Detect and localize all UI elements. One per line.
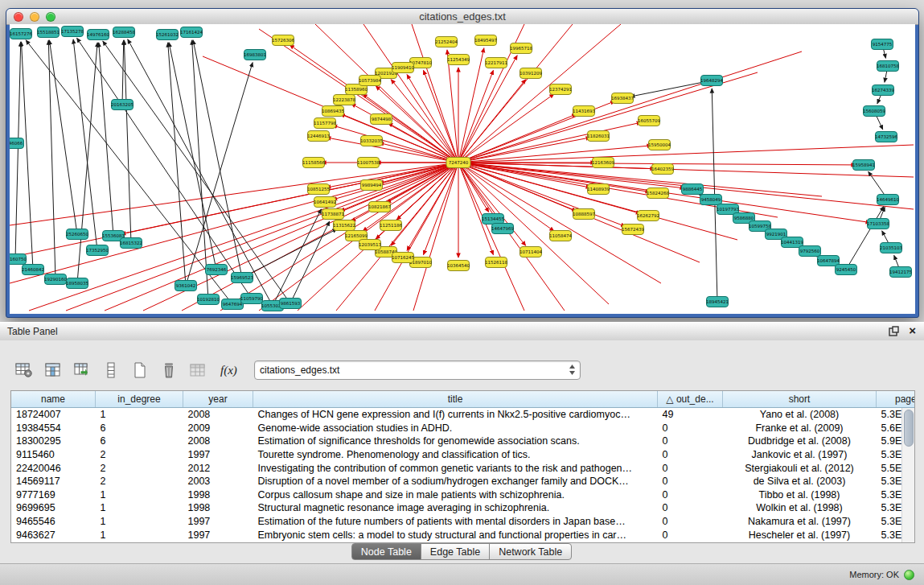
graph-node[interactable]: 11058474 bbox=[549, 231, 572, 241]
table-row[interactable]: 946554611997Estimation of the future num… bbox=[11, 515, 915, 529]
graph-node[interactable]: 11738871 bbox=[322, 209, 344, 220]
graph-node[interactable]: 11254349 bbox=[447, 55, 470, 65]
graph-node[interactable]: 14647969 bbox=[491, 224, 514, 234]
graph-edge[interactable] bbox=[77, 38, 252, 299]
column-header-pagerank[interactable]: pagerank bbox=[877, 391, 916, 408]
graph-node[interactable]: 15261032 bbox=[156, 30, 179, 40]
graph-node[interactable]: 9361042 bbox=[175, 281, 197, 291]
graph-edge[interactable] bbox=[391, 80, 458, 163]
graph-node[interactable]: 16938437 bbox=[611, 93, 634, 104]
table-row[interactable]: 911546021997Tourette syndrome. Phenomeno… bbox=[11, 448, 915, 462]
network-graph[interactable]: 7247240112543491221791110391209123742911… bbox=[10, 24, 915, 314]
table-source-dropdown[interactable]: citations_edges.txt bbox=[254, 360, 581, 380]
graph-node[interactable]: 15518851 bbox=[37, 27, 60, 38]
graph-node[interactable]: 18958035 bbox=[66, 278, 88, 289]
show-columns-button[interactable] bbox=[42, 360, 64, 381]
graph-edge[interactable] bbox=[259, 29, 458, 163]
graph-node-hub[interactable]: 7247240 bbox=[446, 158, 470, 168]
graph-node[interactable]: 10573984 bbox=[359, 76, 381, 86]
function-builder-button[interactable]: f(x) bbox=[216, 363, 240, 378]
graph-node[interactable]: 15134455 bbox=[482, 214, 504, 225]
column-header-in_degree[interactable]: in_degree bbox=[96, 391, 183, 408]
graph-edge[interactable] bbox=[458, 163, 822, 196]
graph-edge[interactable] bbox=[15, 42, 21, 259]
graph-node[interactable]: 20163205 bbox=[111, 100, 133, 110]
graph-node[interactable]: 21460842 bbox=[22, 265, 44, 275]
graph-node[interactable]: 9989494 bbox=[361, 180, 383, 191]
graph-node[interactable]: 10888597 bbox=[573, 209, 595, 220]
graph-node[interactable]: 9458049 bbox=[700, 195, 722, 205]
graph-node[interactable]: 9245450 bbox=[836, 265, 857, 275]
tab-edge-table[interactable]: Edge Table bbox=[421, 543, 490, 560]
graph-edge[interactable] bbox=[73, 39, 97, 250]
map-table-button[interactable] bbox=[187, 360, 209, 381]
graph-node[interactable]: 9886445 bbox=[682, 184, 704, 195]
graph-edge[interactable] bbox=[66, 163, 458, 311]
graph-node[interactable]: 10364540 bbox=[447, 261, 470, 271]
graph-node[interactable]: 16274339 bbox=[872, 85, 894, 96]
table-row[interactable]: 1830029562008Estimation of significance … bbox=[11, 435, 915, 448]
graph-edge[interactable] bbox=[124, 40, 131, 243]
graph-edge[interactable] bbox=[193, 40, 242, 278]
graph-node[interactable]: 9154775 bbox=[872, 39, 893, 50]
graph-node[interactable]: 19648294 bbox=[700, 76, 723, 86]
create-column-button[interactable] bbox=[71, 360, 93, 381]
graph-node[interactable]: 16157276 bbox=[10, 29, 32, 39]
rows-button[interactable] bbox=[100, 360, 122, 381]
table-row[interactable]: 1456911722003Disruption of a novel membe… bbox=[11, 475, 915, 488]
graph-node[interactable]: 11007538 bbox=[357, 158, 380, 168]
graph-node[interactable]: 16262792 bbox=[637, 211, 659, 221]
tab-node-table[interactable]: Node Table bbox=[351, 543, 421, 560]
graph-node[interactable]: 7692346 bbox=[206, 265, 228, 275]
graph-edge[interactable] bbox=[242, 229, 337, 278]
graph-node[interactable]: 10192810 bbox=[197, 295, 220, 305]
graph-node[interactable]: 12446913 bbox=[307, 131, 330, 142]
graph-node[interactable]: 17103358 bbox=[867, 219, 889, 229]
graph-node[interactable]: 16815322 bbox=[120, 238, 142, 249]
graph-node[interactable]: 17352950 bbox=[86, 245, 109, 256]
graph-node[interactable]: 10869435 bbox=[322, 106, 344, 117]
graph-node[interactable]: 15958941 bbox=[852, 160, 875, 171]
graph-node[interactable]: 10332035 bbox=[360, 136, 383, 146]
graph-node[interactable]: 17135278 bbox=[61, 27, 84, 37]
new-table-button[interactable] bbox=[129, 360, 151, 381]
float-panel-button[interactable] bbox=[889, 326, 899, 336]
column-header-name[interactable]: name bbox=[11, 391, 96, 408]
table-row[interactable]: 977716911998Corpus callosum shape and si… bbox=[11, 488, 915, 502]
graph-node[interactable]: 12223878 bbox=[333, 95, 355, 105]
delete-table-button[interactable] bbox=[158, 360, 180, 381]
graph-node[interactable]: 14976160 bbox=[87, 30, 109, 40]
graph-node[interactable]: 25160750 bbox=[10, 254, 27, 265]
graph-node[interactable]: 16810758 bbox=[877, 61, 899, 72]
graph-node[interactable]: 12039513 bbox=[359, 240, 381, 250]
table-row[interactable]: 946362711997Embryonic stem cells: a mode… bbox=[11, 528, 915, 542]
graph-node[interactable]: 16288458 bbox=[113, 27, 135, 38]
graph-node[interactable]: 12217911 bbox=[485, 58, 507, 68]
table-row[interactable]: 2242004622012Investigating the contribut… bbox=[11, 461, 915, 475]
graph-node[interactable]: 12374291 bbox=[549, 84, 572, 95]
column-header-short[interactable]: short bbox=[723, 391, 877, 408]
graph-node[interactable]: 21252404 bbox=[435, 37, 458, 47]
table-scrollbar-thumb[interactable] bbox=[904, 410, 914, 447]
graph-node[interactable]: 15726306 bbox=[272, 35, 294, 46]
graph-edge[interactable] bbox=[458, 163, 524, 311]
graph-edge[interactable] bbox=[22, 42, 33, 270]
close-panel-button[interactable]: × bbox=[909, 325, 916, 336]
table-panel-header[interactable]: Table Panel × bbox=[0, 322, 924, 341]
table-row[interactable]: 1938455462009Genome-wide association stu… bbox=[11, 422, 915, 435]
graph-node[interactable]: 18945421 bbox=[706, 297, 729, 307]
graph-node[interactable]: 11909410 bbox=[392, 63, 414, 73]
graph-edge[interactable] bbox=[128, 39, 273, 306]
graph-node[interactable]: 15969523 bbox=[231, 273, 253, 283]
graph-node[interactable]: 10641492 bbox=[314, 197, 336, 208]
column-header-year[interactable]: year bbox=[183, 391, 253, 408]
graph-node[interactable]: 14649610 bbox=[877, 195, 899, 205]
graph-node[interactable]: 2146066 bbox=[10, 138, 24, 149]
graph-node[interactable]: 10851255 bbox=[307, 184, 330, 195]
graph-node[interactable]: 10716245 bbox=[392, 253, 414, 263]
graph-node[interactable]: 10711404 bbox=[519, 247, 542, 257]
table-row[interactable]: 969969511998Structural magnetic resonanc… bbox=[11, 501, 915, 515]
graph-node[interactable]: 10821867 bbox=[368, 202, 391, 212]
graph-edge[interactable] bbox=[99, 43, 113, 236]
graph-edge[interactable] bbox=[458, 163, 493, 255]
